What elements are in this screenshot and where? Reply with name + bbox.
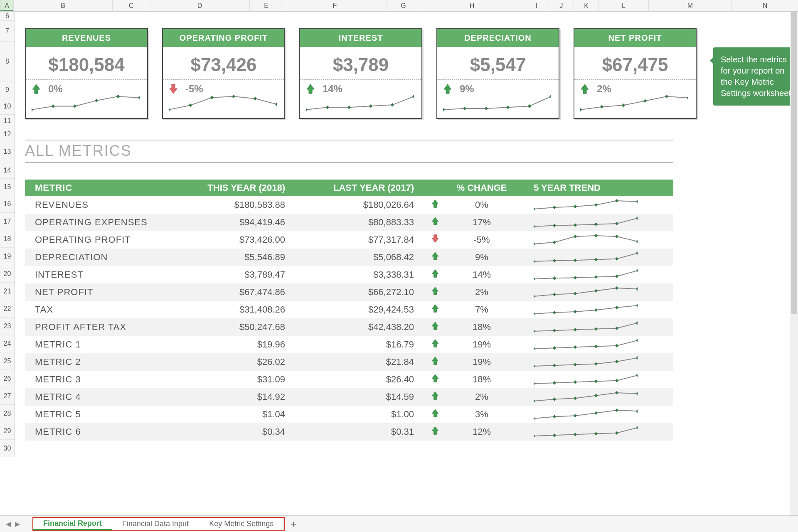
cell-trend-sparkline [517, 269, 673, 281]
svg-rect-13 [326, 106, 329, 109]
row-header[interactable]: 15 [0, 179, 15, 195]
column-header[interactable]: E [250, 0, 283, 11]
add-sheet-button[interactable]: + [285, 518, 302, 530]
row-header[interactable]: 11 [0, 115, 15, 127]
kpi-card-pct: 9% [460, 83, 474, 95]
cell-metric-name: METRIC 6 [25, 426, 166, 437]
row-header[interactable]: 26 [0, 370, 15, 387]
row-header[interactable]: 21 [0, 283, 15, 300]
sheet-tab[interactable]: Financial Report [33, 518, 112, 530]
row-header[interactable]: 24 [0, 335, 15, 352]
kpi-card-delta: -5% [163, 80, 284, 95]
svg-rect-90 [534, 382, 535, 385]
cell-direction [424, 269, 446, 281]
column-header[interactable]: K [574, 0, 599, 11]
column-header[interactable]: D [150, 0, 250, 11]
column-header[interactable]: G [387, 0, 420, 11]
kpi-card-sparkline [437, 95, 559, 118]
row-header[interactable]: 14 [0, 162, 15, 179]
column-header[interactable]: L [599, 0, 649, 11]
scrollbar-thumb[interactable] [791, 12, 797, 314]
kpi-card[interactable]: INTEREST $3,789 14% [299, 28, 422, 119]
cell-pct-change: 17% [446, 217, 517, 228]
row-header[interactable]: 30 [0, 440, 15, 457]
cell-this-year: $67,474.86 [166, 287, 295, 298]
sheet-tab[interactable]: Financial Data Input [112, 518, 199, 530]
table-row[interactable]: METRIC 5 $1.04 $1.00 3% [25, 406, 673, 423]
row-header[interactable]: 10 [0, 98, 15, 115]
table-row[interactable]: OPERATING EXPENSES $94,419.46 $80,883.33… [25, 214, 673, 231]
table-row[interactable]: NET PROFIT $67,474.86 $66,272.10 2% [25, 283, 673, 301]
row-header[interactable]: 29 [0, 422, 15, 440]
svg-rect-32 [574, 205, 577, 208]
spreadsheet-window: ABCDEFGHIJKLMN 6789101112131415161718192… [0, 0, 798, 532]
vertical-scrollbar[interactable] [790, 12, 798, 515]
table-row[interactable]: METRIC 3 $31.09 $26.40 18% [25, 371, 673, 388]
table-row[interactable]: INTEREST $3,789.47 $3,338.31 14% [25, 266, 673, 283]
column-header[interactable]: C [113, 0, 150, 11]
column-header[interactable]: H [420, 0, 524, 11]
svg-rect-67 [553, 311, 556, 314]
table-row[interactable]: METRIC 6 $0.34 $0.31 12% [25, 423, 673, 441]
svg-rect-108 [534, 434, 535, 438]
kpi-card-row: REVENUES $180,584 0% OPERATING PROFIT $7… [25, 28, 788, 119]
row-header[interactable]: 7 [0, 21, 15, 42]
svg-rect-29 [687, 96, 688, 99]
cell-trend-sparkline [517, 391, 673, 403]
row-header[interactable]: 22 [0, 300, 15, 318]
table-row[interactable]: TAX $31,408.26 $29,424.53 7% [25, 301, 673, 318]
svg-rect-43 [553, 241, 556, 244]
svg-rect-83 [636, 339, 638, 342]
column-header[interactable]: I [524, 0, 549, 11]
row-header[interactable]: 8 [0, 42, 15, 81]
row-header[interactable]: 23 [0, 318, 15, 335]
row-header[interactable]: 20 [0, 265, 15, 283]
cell-this-year: $94,419.46 [166, 217, 295, 228]
svg-rect-24 [580, 108, 582, 111]
row-header[interactable]: 28 [0, 405, 15, 422]
tab-nav-prev-icon[interactable]: ◀ [6, 520, 11, 528]
svg-rect-20 [485, 107, 488, 110]
kpi-card-sparkline [163, 95, 284, 118]
row-header[interactable]: 17 [0, 213, 15, 230]
row-header[interactable]: 16 [0, 195, 15, 213]
row-header[interactable]: 6 [0, 12, 15, 21]
kpi-card-value: $180,584 [26, 47, 147, 80]
table-row[interactable]: METRIC 4 $14.92 $14.59 2% [25, 388, 673, 406]
column-header[interactable]: F [283, 0, 387, 11]
table-row[interactable]: OPERATING PROFIT $73,426.00 $77,317.84 -… [25, 231, 673, 249]
sheet-tab[interactable]: Key Metric Settings [199, 518, 284, 530]
row-header[interactable]: 25 [0, 352, 15, 370]
svg-rect-21 [506, 106, 510, 109]
row-header[interactable]: 18 [0, 230, 15, 248]
kpi-card[interactable]: DEPRECIATION $5,547 9% [436, 28, 559, 119]
column-header[interactable]: B [14, 0, 113, 11]
column-header[interactable]: A [0, 0, 14, 11]
svg-rect-42 [534, 242, 535, 246]
table-row[interactable]: PROFIT AFTER TAX $50,247.68 $42,438.20 1… [25, 318, 673, 336]
table-row[interactable]: DEPRECIATION $5,546.89 $5,068.42 9% [25, 249, 673, 266]
svg-rect-9 [232, 95, 235, 98]
svg-rect-93 [594, 379, 598, 383]
kpi-card[interactable]: OPERATING PROFIT $73,426 -5% [162, 28, 285, 119]
row-header[interactable]: 27 [0, 387, 15, 405]
cell-this-year: $1.04 [166, 409, 295, 420]
cell-this-year: $19.96 [166, 339, 295, 350]
row-header[interactable]: 12 [0, 127, 15, 141]
row-header[interactable]: 9 [0, 81, 15, 98]
table-row[interactable]: METRIC 2 $26.02 $21.84 19% [25, 353, 673, 371]
kpi-card[interactable]: REVENUES $180,584 0% [25, 28, 148, 119]
cell-trend-sparkline [517, 374, 673, 385]
cell-trend-sparkline [517, 217, 673, 228]
worksheet-content[interactable]: REVENUES $180,584 0% OPERATING PROFIT $7… [15, 12, 798, 515]
column-header[interactable]: J [549, 0, 574, 11]
row-header[interactable]: 13 [0, 141, 15, 162]
row-header[interactable]: 19 [0, 248, 15, 265]
column-header[interactable]: N [732, 0, 798, 11]
tab-nav-next-icon[interactable]: ▶ [15, 520, 20, 528]
column-header[interactable]: M [649, 0, 732, 11]
tab-nav-arrows[interactable]: ◀ ▶ [3, 520, 24, 528]
table-row[interactable]: METRIC 1 $19.96 $16.79 19% [25, 336, 673, 353]
kpi-card[interactable]: NET PROFIT $67,475 2% [574, 28, 697, 119]
table-row[interactable]: REVENUES $180,583.88 $180,026.64 0% [25, 196, 673, 214]
